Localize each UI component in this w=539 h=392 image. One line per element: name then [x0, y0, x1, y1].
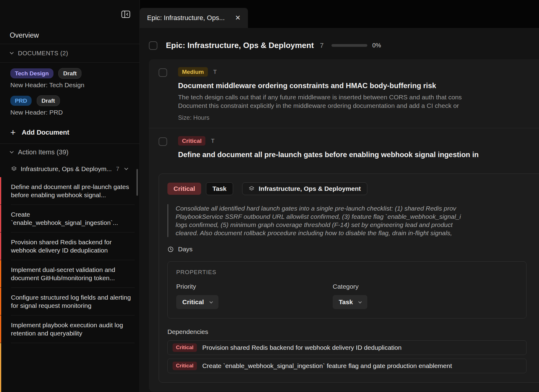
quote-line: PlaybookService SSRF outbound URL allowl…: [176, 212, 539, 221]
priority-bar: [0, 288, 1, 315]
priority-dropdown-value: Critical: [182, 298, 204, 306]
documents-list: Tech Design Draft New Header: Tech Desig…: [0, 63, 139, 143]
action-items-section-header[interactable]: Action Items (39): [0, 144, 139, 161]
plus-icon: +: [10, 128, 16, 137]
task-type-icon: T: [213, 69, 217, 75]
task-checkbox[interactable]: [159, 68, 167, 77]
document-item-prd[interactable]: PRD Draft New Header: PRD: [10, 95, 130, 116]
epic-content: Epic: Infrastructure, Ops & Deployment 7…: [140, 28, 539, 392]
action-item-label: Create `enable_webhook_signal_ingestion`…: [11, 211, 118, 226]
action-item-label: Define and document all pre-launch gates…: [11, 183, 129, 198]
action-items-section-label: Action Items (39): [18, 148, 68, 156]
chevron-down-icon: [359, 300, 362, 303]
task-row-content: Critical T Define and document all pre-l…: [178, 136, 539, 159]
layers-icon: [249, 186, 255, 192]
sidebar-collapse-icon[interactable]: [121, 10, 130, 18]
action-item[interactable]: Implement dual-secret validation and doc…: [0, 260, 139, 287]
quote-line: logs confirmed, (5) minimum graph covera…: [176, 221, 539, 229]
detail-badges-row: Critical Task Infrastructure, Ops & Depl…: [167, 182, 539, 195]
duration-label: Days: [178, 246, 193, 253]
epic-header: Epic: Infrastructure, Ops & Deployment 7…: [140, 28, 539, 59]
epic-progress-bar: [331, 44, 367, 47]
tab-close-icon[interactable]: ✕: [235, 14, 241, 22]
task-description: The tech design calls out that if any fu…: [178, 93, 539, 110]
task-checkbox[interactable]: [159, 137, 167, 146]
task-list-card: Medium T Document middleware ordering co…: [149, 59, 539, 392]
dependency-title: Provision shared Redis backend for webho…: [202, 344, 402, 351]
task-size-label: Size: Hours: [178, 114, 539, 121]
epic-task-count: 7: [320, 42, 324, 50]
priority-bar: [0, 177, 1, 205]
duration-row: Days: [167, 246, 539, 253]
sidebar-item-overview[interactable]: Overview: [0, 27, 139, 44]
priority-label: Priority: [176, 283, 333, 290]
category-dropdown[interactable]: Task: [333, 295, 367, 309]
priority-bar: [0, 315, 1, 343]
priority-badge-critical: Critical: [178, 136, 205, 146]
category-label: Category: [333, 283, 489, 290]
task-title: Define and document all pre-launch gates…: [178, 150, 539, 159]
document-type-badge: PRD: [10, 96, 32, 106]
action-item-partial[interactable]: [0, 343, 139, 392]
detail-epic-badge[interactable]: Infrastructure, Ops & Deployment: [242, 182, 367, 195]
sidebar-header: [0, 0, 139, 27]
properties-box: PROPERTIES Priority Critical: [167, 261, 527, 318]
documents-section-header[interactable]: DOCUMENTS (2): [0, 44, 139, 62]
task-description-line: The tech design calls out that if any fu…: [178, 93, 539, 101]
action-item-label: Implement dual-secret validation and doc…: [11, 266, 115, 281]
priority-bar: [0, 343, 1, 392]
main-area: Epic: Infrastructure, Ops... ✕ Epic: Inf…: [140, 0, 539, 392]
dependency-priority-badge: Critical: [173, 343, 197, 352]
action-item[interactable]: Provision shared Redis backend for webho…: [0, 232, 139, 260]
document-title: New Header: Tech Design: [10, 81, 130, 89]
task-detail-panel: Critical Task Infrastructure, Ops & Depl…: [159, 174, 539, 383]
document-type-badge: Tech Design: [10, 68, 53, 78]
task-row-prelaunch-gates[interactable]: Critical T Define and document all pre-l…: [149, 128, 539, 166]
clock-icon: [167, 246, 174, 253]
action-item-label: Provision shared Redis backend for webho…: [11, 239, 112, 254]
add-document-label: Add Document: [22, 129, 69, 136]
task-row-content: Medium T Document middleware ordering co…: [178, 67, 539, 121]
tab-epic-infrastructure[interactable]: Epic: Infrastructure, Ops... ✕: [140, 8, 248, 28]
dependency-row[interactable]: Critical Create `enable_webhook_signal_i…: [167, 359, 527, 373]
documents-section-label: DOCUMENTS (2): [18, 50, 68, 57]
dependency-title: Create `enable_webhook_signal_ingestion`…: [202, 362, 452, 370]
document-status-badge: Draft: [37, 95, 60, 106]
add-document-button[interactable]: + Add Document: [10, 126, 130, 139]
chevron-down-icon: [10, 150, 14, 153]
priority-dropdown[interactable]: Critical: [176, 295, 218, 309]
priority-bar: [0, 205, 1, 232]
action-item-label: Implement playbook execution audit log r…: [11, 322, 123, 337]
detail-category-badge: Task: [206, 182, 233, 195]
document-status-badge: Draft: [58, 68, 81, 79]
task-row-middleware[interactable]: Medium T Document middleware ordering co…: [149, 59, 539, 128]
group-count: 7: [116, 166, 119, 172]
app-root: Overview DOCUMENTS (2) Tech Design Draft…: [0, 0, 539, 392]
dependencies-label: Dependencies: [167, 328, 539, 335]
category-dropdown-value: Task: [339, 298, 353, 306]
epic-title: Epic: Infrastructure, Ops & Deployment: [166, 41, 314, 50]
task-title: Document middleware ordering constraints…: [178, 81, 539, 90]
layers-icon: [11, 166, 17, 172]
tab-title: Epic: Infrastructure, Ops...: [147, 14, 230, 22]
action-item[interactable]: Create `enable_webhook_signal_ingestion`…: [0, 205, 139, 232]
dependency-row[interactable]: Critical Provision shared Redis backend …: [167, 340, 527, 355]
action-item[interactable]: Define and document all pre-launch gates…: [0, 177, 139, 205]
document-item-tech-design[interactable]: Tech Design Draft New Header: Tech Desig…: [10, 68, 130, 89]
action-item[interactable]: Implement playbook execution audit log r…: [0, 315, 139, 343]
action-item[interactable]: Configure structured log fields and aler…: [0, 288, 139, 315]
chevron-down-icon: [10, 50, 14, 54]
action-items-group-infrastructure[interactable]: Infrastructure, Ops & Deploym... 7: [0, 161, 139, 177]
tab-bar: Epic: Infrastructure, Ops... ✕: [140, 0, 539, 28]
group-label: Infrastructure, Ops & Deploym...: [21, 165, 112, 173]
task-description-line: Document this constraint explicitly in t…: [178, 101, 539, 110]
priority-bar: [0, 232, 1, 260]
sidebar-scrollbar[interactable]: [136, 169, 138, 196]
priority-badge-medium: Medium: [178, 67, 208, 77]
detail-priority-badge: Critical: [167, 183, 201, 195]
action-item-label: Configure structured log fields and aler…: [11, 294, 131, 309]
quote-line: cleared. Also document rollback procedur…: [176, 229, 539, 237]
epic-checkbox[interactable]: [149, 41, 157, 50]
properties-header: PROPERTIES: [176, 269, 518, 276]
priority-bar: [0, 260, 1, 287]
